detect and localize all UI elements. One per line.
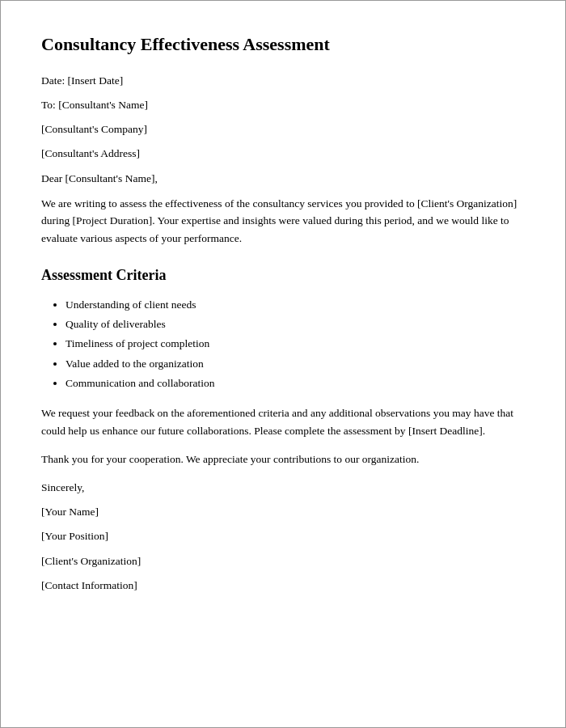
criteria-list: Understanding of client needsQuality of … <box>65 295 525 393</box>
assessment-heading: Assessment Criteria <box>41 267 525 284</box>
your-name: [Your Name] <box>41 504 525 520</box>
to-line: To: [Consultant's Name] <box>41 97 525 113</box>
criteria-item: Quality of deliverables <box>65 315 525 334</box>
criteria-item: Value added to the organization <box>65 354 525 374</box>
company-line: [Consultant's Company] <box>41 121 525 138</box>
closing: Sincerely, <box>41 480 525 496</box>
document-title: Consultancy Effectiveness Assessment <box>41 33 525 57</box>
criteria-item: Understanding of client needs <box>65 295 525 315</box>
feedback-paragraph: We request your feedback on the aforemen… <box>41 404 525 439</box>
address-line: [Consultant's Address] <box>41 146 525 162</box>
thanks-paragraph: Thank you for your cooperation. We appre… <box>41 451 525 468</box>
your-position: [Your Position] <box>41 528 525 544</box>
date-line: Date: [Insert Date] <box>41 73 525 89</box>
intro-paragraph: We are writing to assess the effectivene… <box>41 195 525 248</box>
salutation: Dear [Consultant's Name], <box>41 171 525 187</box>
contact-info: [Contact Information] <box>41 578 525 594</box>
client-org: [Client's Organization] <box>41 553 525 569</box>
document-page: Consultancy Effectiveness Assessment Dat… <box>0 0 566 728</box>
criteria-item: Timeliness of project completion <box>65 334 525 353</box>
criteria-item: Communication and collaboration <box>65 374 525 393</box>
